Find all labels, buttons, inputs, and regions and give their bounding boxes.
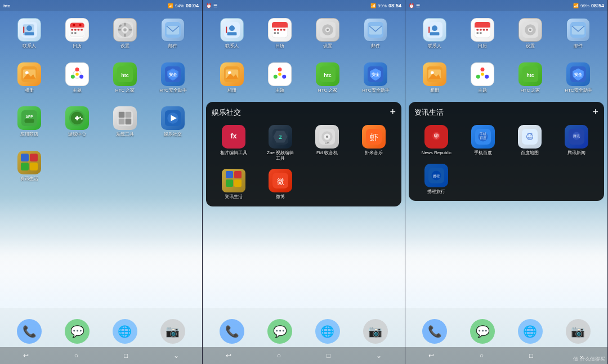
svg-point-20 (123, 28, 127, 32)
svg-rect-65 (272, 25, 288, 28)
baidumap-icon[interactable]: 百度地图 百度地图 (508, 123, 552, 158)
settings-icon-3[interactable]: 设置 (507, 16, 554, 51)
entertainment-label: 娱乐社交 (164, 132, 182, 137)
dock-message-1[interactable]: 💬 (65, 319, 90, 344)
systools-label: 系统工具 (116, 132, 134, 137)
dock-camera-1[interactable]: 📷 (160, 319, 185, 344)
screen2-statusbar: ⏰ ☰ 📶 99% 08:54 (203, 0, 405, 11)
screen1-clouds (0, 195, 202, 308)
screen2-row1: 联系人 日历 设置 邮件 (203, 11, 405, 56)
nav-recent-2[interactable]: □ (322, 349, 335, 362)
contacts-icon-2[interactable]: 联系人 (208, 16, 255, 51)
svg-rect-3 (24, 32, 34, 35)
photos-icon-3[interactable]: 相册 (411, 60, 458, 96)
dock-message-2[interactable]: 💬 (267, 319, 292, 344)
htcsec-icon-3[interactable]: 安全 HTC安全助手 (555, 60, 602, 96)
nav-recent-1[interactable]: □ (119, 349, 132, 362)
weibo-label: 微博 (276, 194, 285, 200)
dock-phone-2[interactable]: 📞 (220, 319, 244, 344)
nav-recent-3[interactable]: □ (525, 349, 538, 362)
nav-back-1[interactable]: ↩ (19, 349, 33, 362)
svg-text:安全: 安全 (168, 71, 177, 76)
newsrep-label: News Republic (422, 150, 451, 156)
theme-icon-2[interactable]: 主题 (256, 60, 303, 96)
photos-icon-2[interactable]: 相册 (208, 60, 255, 96)
contacts-icon-3[interactable]: 联系人 (411, 16, 458, 51)
systools-icon-1[interactable]: 系统工具 (102, 104, 149, 140)
screen-3: ⏰ ☰ 📶 99% 08:54 联系人 日历 (405, 0, 608, 364)
settings-label-3: 设置 (526, 43, 535, 49)
entertainment-icon-1[interactable]: 娱乐社交 (150, 104, 196, 140)
weibo-icon[interactable]: 微 微博 (258, 167, 303, 202)
folder-icon-1[interactable]: 资讯生活 (6, 149, 52, 184)
nav-home-3[interactable]: ○ (475, 349, 488, 362)
theme-icon-1[interactable]: 主题 (53, 60, 100, 96)
settings-icon[interactable]: 设置 (102, 16, 149, 51)
ctrip-icon[interactable]: 携程 携程旅行 (414, 161, 459, 197)
mail-icon-3[interactable]: 邮件 (555, 16, 602, 51)
dock-browser-1[interactable]: 🌐 (113, 319, 137, 344)
htc-home-icon-1[interactable]: htc HTC 之家 (102, 60, 149, 96)
theme-icon-3[interactable]: 主题 (459, 60, 506, 96)
dock-browser-3[interactable]: 🌐 (518, 319, 543, 344)
dock-phone-3[interactable]: 📞 (422, 319, 447, 344)
nav-down-1[interactable]: ⌄ (169, 349, 184, 362)
wifi-icon-2: 📶 (370, 3, 376, 8)
dock-phone-1[interactable]: 📞 (17, 319, 42, 344)
screen3-clouds (405, 195, 607, 308)
dock-message-3[interactable]: 💬 (470, 319, 495, 344)
contacts-icon[interactable]: 联系人 (6, 16, 52, 51)
popup-title-1: 娱乐社交 (212, 107, 241, 118)
nav-home-1[interactable]: ○ (70, 349, 83, 362)
qqnews-icon[interactable]: 腾讯 腾讯新闻 (554, 123, 598, 158)
screen1-row3: APP 应用商店 游戏中心 系统工具 娱乐社交 (0, 100, 202, 144)
calendar-icon[interactable]: 日历 (53, 16, 100, 51)
appstore-icon-1[interactable]: APP 应用商店 (6, 104, 52, 140)
status-left-3: ⏰ ☰ (409, 3, 420, 8)
popup-add-1[interactable]: + (390, 106, 396, 118)
svg-text:虾: 虾 (369, 132, 378, 142)
contacts-label-3: 联系人 (428, 43, 441, 49)
dock-browser-2[interactable]: 🌐 (315, 319, 340, 344)
htc-icon-3[interactable]: htc HTC 之家 (507, 60, 554, 96)
mbaidu-icon[interactable]: 手机百度 手机百度 (461, 123, 506, 158)
calendar-icon-3[interactable]: 日历 (459, 16, 506, 51)
nav-back-2[interactable]: ↩ (221, 349, 236, 362)
nav-home-2[interactable]: ○ (272, 349, 285, 362)
htcsec-icon-1[interactable]: 安全 HTC安全助手 (150, 60, 196, 96)
nav-down-2[interactable]: ⌄ (372, 349, 386, 362)
photoeditor-icon[interactable]: fx 相片编辑工具 (212, 123, 256, 163)
nav-back-3[interactable]: ↩ (424, 349, 439, 362)
htcsec-icon-2[interactable]: 安全 HTC安全助手 (352, 60, 399, 96)
mail-icon-2[interactable]: 邮件 (352, 16, 399, 51)
status-left-1: htc (3, 3, 10, 8)
photos-icon-1[interactable]: 相册 (6, 60, 52, 96)
svg-point-75 (327, 29, 329, 31)
calendar-icon-2[interactable]: 日历 (256, 16, 303, 51)
popup-grid-1: fx 相片编辑工具 Z Zoe 视频编辑工具 FM FM 收音机 (212, 123, 396, 163)
svg-rect-67 (277, 29, 279, 31)
svg-rect-70 (274, 32, 276, 34)
svg-rect-13 (78, 29, 80, 31)
svg-text:htc: htc (121, 72, 129, 78)
xiami-icon[interactable]: 虾 虾米音乐 (351, 123, 396, 163)
screen2-row2: 相册 主题 htc HTC 之家 安全 HTC安全助手 (203, 56, 405, 100)
fmradio-icon[interactable]: FM FM 收音机 (305, 123, 350, 163)
folder-in-popup-1[interactable]: 资讯生活 (212, 167, 256, 202)
svg-point-36 (71, 74, 75, 78)
zoe-icon[interactable]: Z Zoe 视频编辑工具 (258, 123, 303, 163)
dock-camera-2[interactable]: 📷 (363, 319, 388, 344)
svg-text:htc: htc (526, 72, 534, 78)
svg-rect-116 (476, 32, 479, 34)
dock-camera-3[interactable]: 📷 (566, 319, 591, 344)
game-icon-1[interactable]: 游戏中心 (53, 104, 100, 140)
newsrep-icon[interactable]: NR News Republic (414, 123, 459, 158)
popup-grid-2: NR News Republic 手机百度 手机百度 百度地图 百度地图 (414, 123, 598, 158)
htc-icon-2[interactable]: htc HTC 之家 (305, 60, 351, 96)
ctrip-label: 携程旅行 (427, 189, 445, 195)
popup-row2-2: 携程 携程旅行 (414, 161, 598, 197)
svg-rect-44 (24, 119, 34, 123)
mail-icon[interactable]: 邮件 (150, 16, 196, 51)
popup-add-2[interactable]: + (592, 106, 598, 118)
settings-icon-2[interactable]: 设置 (305, 16, 351, 51)
